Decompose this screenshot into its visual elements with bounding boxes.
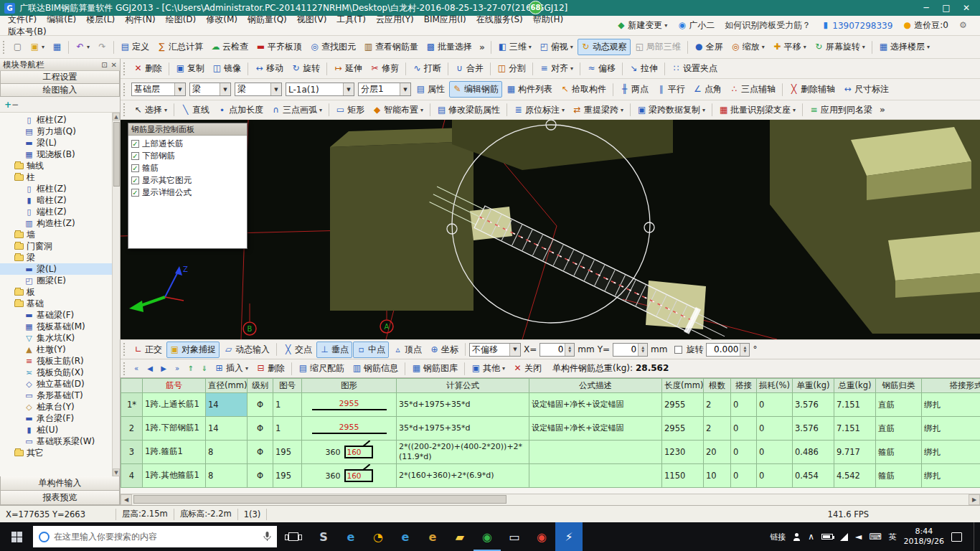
column-header[interactable]: 长度(mm) bbox=[662, 379, 704, 393]
column-header[interactable]: 搭接 bbox=[731, 379, 757, 393]
display-option-checkbox[interactable]: ✓ 箍筋 bbox=[131, 162, 244, 174]
x-offset-input[interactable] bbox=[540, 344, 565, 356]
length-cell[interactable]: 2955 bbox=[662, 417, 704, 441]
display-option-checkbox[interactable]: ✓ 显示其它图元 bbox=[131, 174, 244, 187]
rebar-info-button[interactable]: ▥ 钢筋信息 bbox=[349, 360, 402, 377]
sidebar-mode-button[interactable]: 绘图输入 bbox=[0, 84, 120, 97]
layer-combo[interactable]: 分层1 ▼ bbox=[358, 83, 411, 96]
tree-item-frame-column2[interactable]: ▯ 框柱(Z) bbox=[0, 183, 120, 194]
sidebar-bottom-button[interactable]: 报表预览 bbox=[0, 491, 120, 505]
expand-all-icon[interactable]: + bbox=[4, 100, 11, 110]
two-point-button[interactable]: ╫ 两点 bbox=[616, 81, 652, 98]
new-change-button[interactable]: ◆ 新建变更 ▾ bbox=[613, 17, 671, 34]
notification-app-icon[interactable]: ◔ bbox=[364, 522, 392, 551]
y-offset-input[interactable] bbox=[613, 344, 638, 356]
mirror-button[interactable]: ◫ 镜像 bbox=[209, 60, 245, 77]
perpendicular-snap-button[interactable]: ⊥ 垂点 bbox=[316, 342, 352, 358]
joint-type-cell[interactable]: 绑扎 bbox=[922, 441, 980, 464]
total-weight-cell[interactable]: 4.542 bbox=[834, 464, 876, 488]
grid-toolbar-button[interactable] bbox=[405, 362, 405, 375]
scroll-up-icon[interactable]: ▲ bbox=[113, 113, 120, 121]
toolbar-button[interactable] bbox=[507, 103, 507, 116]
lap-cell[interactable]: 0 bbox=[731, 417, 757, 441]
battery-icon[interactable] bbox=[821, 534, 833, 540]
coordinate-button[interactable]: ⊕ 坐标 bbox=[426, 342, 462, 358]
toolbar-overflow[interactable]: » bbox=[476, 41, 488, 54]
view-3d-button[interactable]: ◧ 三维 ▾ bbox=[494, 39, 535, 55]
microphone-icon[interactable] bbox=[263, 532, 271, 542]
stretch-button[interactable]: ↘ 拉伸 bbox=[626, 60, 661, 77]
total-weight-cell[interactable]: 9.717 bbox=[834, 441, 876, 464]
three-point-aux-axis-button[interactable]: ∴ 三点辅轴 bbox=[726, 81, 779, 98]
tree-folder-wall[interactable]: 墙 bbox=[0, 229, 120, 240]
grade-cell[interactable]: Φ bbox=[248, 441, 273, 464]
row-marker[interactable]: 4 bbox=[121, 464, 143, 488]
count-cell[interactable]: 2 bbox=[704, 393, 731, 417]
tree-item-raft-main-rebar[interactable]: ≡ 筏板主筋(R) bbox=[0, 355, 120, 367]
table-row[interactable]: 3 1跨.箍筋1 8 Φ 195 360 bbox=[121, 441, 980, 464]
tree-item-hidden-column[interactable]: ▮ 暗柱(Z) bbox=[0, 194, 120, 206]
shape-cell[interactable]: 360 360 160 bbox=[302, 441, 397, 464]
zoom-button[interactable]: ◎ 缩放 ▾ bbox=[727, 39, 768, 55]
line-tool-button[interactable]: ╲ 直线 bbox=[177, 102, 213, 118]
action-center-icon[interactable] bbox=[951, 532, 962, 542]
calc-formula-cell[interactable]: 2*(160+360)+2*(6.9*d) bbox=[397, 464, 529, 488]
tree-folder-column[interactable]: 柱 bbox=[0, 171, 120, 183]
offset-button[interactable]: ≈ 偏移 bbox=[583, 60, 619, 77]
unit-weight-cell[interactable]: 3.576 bbox=[793, 393, 834, 417]
joint-type-cell[interactable]: 绑扎 bbox=[922, 393, 980, 417]
people-icon[interactable] bbox=[793, 533, 801, 541]
move-button[interactable]: ↔ 移动 bbox=[251, 60, 287, 77]
dynamic-input-button[interactable]: ▱ 动态输入 bbox=[220, 342, 273, 358]
row-marker[interactable]: 3 bbox=[121, 441, 143, 464]
midpoint-snap-button[interactable]: ▫ 中点 bbox=[353, 342, 389, 358]
toolbar-button[interactable] bbox=[448, 62, 448, 75]
tree-folder-axis[interactable]: 轴线 bbox=[0, 160, 120, 171]
new-button[interactable]: ▢ bbox=[9, 40, 26, 54]
tree-item-pile-cap[interactable]: ◇ 桩承台(Y) bbox=[0, 401, 120, 413]
volume-icon[interactable]: ◄ bbox=[855, 532, 862, 542]
task-view-button[interactable] bbox=[288, 532, 298, 541]
settings-gear-button[interactable]: ⚙ bbox=[955, 19, 971, 32]
tree-item-strip-foundation[interactable]: ▭ 条形基础(T) bbox=[0, 390, 120, 401]
total-weight-cell[interactable]: 7.151 bbox=[834, 393, 876, 417]
scroll-right-icon[interactable]: ▶ bbox=[969, 494, 980, 505]
top-view-button[interactable]: ◰ 俯视 ▾ bbox=[536, 39, 577, 55]
gxiaoer-button[interactable]: ◉ 广小二 bbox=[674, 17, 718, 34]
toolbar-button[interactable] bbox=[613, 83, 613, 96]
extend-button[interactable]: ↦ 延伸 bbox=[330, 60, 366, 77]
column-header[interactable]: 搭接形式 bbox=[922, 379, 980, 393]
network-icon[interactable] bbox=[840, 533, 848, 541]
grid-toolbar-button[interactable] bbox=[464, 362, 465, 375]
scroll-down-icon[interactable]: ▼ bbox=[113, 468, 120, 476]
pan-button[interactable]: ✚ 平移 ▾ bbox=[769, 39, 810, 55]
select-tool-button[interactable]: ↖ 选择 ▾ bbox=[130, 102, 171, 118]
rebar-category-cell[interactable]: 直筋 bbox=[876, 417, 922, 441]
other-button[interactable]: ▣ 其他 ▾ bbox=[468, 360, 509, 377]
delete-aux-axis-button[interactable]: ╳ 删除辅轴 bbox=[786, 81, 839, 98]
scrollbar-thumb[interactable] bbox=[133, 495, 507, 504]
spinner-icon[interactable] bbox=[565, 344, 574, 356]
3d-viewport[interactable]: Z B A 钢筋显示控制面板 bbox=[121, 120, 980, 339]
next-row-button[interactable]: ▶ bbox=[157, 362, 170, 375]
total-weight-cell[interactable]: 7.151 bbox=[834, 417, 876, 441]
copy-button[interactable]: ▣ 复制 bbox=[172, 60, 208, 77]
select-floor-button[interactable]: ▦ 选择楼层 ▾ bbox=[875, 39, 933, 55]
toolbar-button[interactable] bbox=[712, 103, 712, 116]
table-row[interactable]: 4 1跨.其他箍筋1 8 Φ 195 360 bbox=[121, 464, 980, 488]
close-window-button[interactable]: ✕ bbox=[961, 3, 971, 13]
snap-button[interactable] bbox=[276, 343, 277, 356]
modify-beam-rebar-button[interactable]: ▤ 修改梁筋属性 bbox=[433, 102, 504, 118]
browser-360-icon[interactable]: ◉ bbox=[473, 522, 501, 551]
undo-button[interactable]: ↶ ▾ bbox=[72, 40, 93, 54]
close-button[interactable]: ✕ 关闭 bbox=[509, 360, 545, 377]
diameter-cell[interactable]: 14 bbox=[206, 417, 248, 441]
tree-item-independent-foundation[interactable]: ◇ 独立基础(D) bbox=[0, 378, 120, 390]
tree-item-foundation-beam[interactable]: ▬ 基础梁(F) bbox=[0, 309, 120, 321]
figure-number-cell[interactable]: 195 bbox=[273, 464, 302, 488]
display-option-checkbox[interactable]: ✓ 上部通长筋 bbox=[131, 138, 244, 150]
rebar-name-cell[interactable]: 1跨.下部钢筋1 bbox=[143, 417, 206, 441]
lap-cell[interactable]: 0 bbox=[731, 393, 757, 417]
view-rebar-qty-button[interactable]: ▥ 查看钢筋量 bbox=[360, 39, 422, 55]
properties-button[interactable]: ▤ 属性 bbox=[413, 81, 448, 98]
